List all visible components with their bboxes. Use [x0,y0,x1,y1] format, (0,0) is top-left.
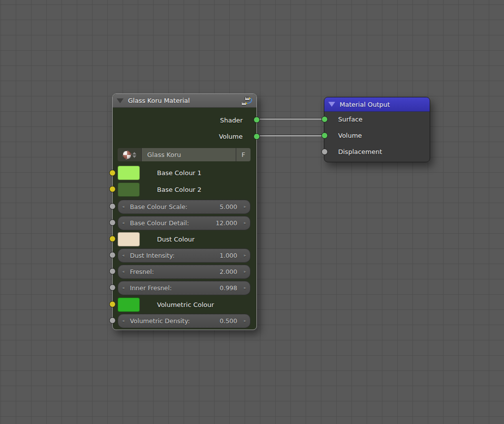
slider-label: Inner Fresnel: [130,281,172,295]
slider-value: 2.000 [220,265,237,278]
socket-input-base-colour-detail[interactable] [109,219,116,226]
datablock-name-field[interactable]: Glass Koru [141,148,236,161]
slider-left-arrow-icon[interactable]: ◂ [122,265,125,278]
slider-label: Base Colour Detail: [130,216,189,230]
slider-right-arrow-icon[interactable]: ▸ [244,249,246,262]
input-label-surface: Surface [338,113,363,126]
socket-output-volume[interactable] [253,133,260,140]
socket-input-volume[interactable] [321,132,328,139]
slider-right-arrow-icon[interactable]: ▸ [244,314,246,328]
socket-input-surface[interactable] [321,116,328,122]
color-swatch-base-colour-2[interactable] [118,182,140,197]
socket-input-fresnel[interactable] [109,268,116,274]
slider-value: 12.000 [216,216,237,230]
socket-input-volumetric-colour[interactable] [109,301,116,307]
input-label: Volumetric Colour [157,298,214,312]
slider-base-colour-scale[interactable]: ◂ Base Colour Scale: 5.000 ▸ [118,200,251,214]
node-editor-canvas[interactable]: Glass Koru Material Shader Volume Glass [0,0,504,424]
socket-input-displacement[interactable] [321,149,328,155]
slider-base-colour-detail[interactable]: ◂ Base Colour Detail: 12.000 ▸ [118,216,251,230]
slider-fresnel[interactable]: ◂ Fresnel: 2.000 ▸ [118,265,251,279]
input-row-dust-colour: Dust Colour [118,232,251,246]
slider-dust-intensity[interactable]: ◂ Dust Intensity: 1.000 ▸ [118,248,251,263]
slider-value: 0.500 [220,314,237,328]
input-row-volumetric-colour: Volumetric Colour [118,298,251,312]
link-volume-to-volume [256,135,326,136]
node-group-icon [241,96,252,106]
node-header-glass-koru[interactable]: Glass Koru Material [113,94,256,108]
color-swatch-dust-colour[interactable] [118,232,140,246]
slider-label: Volumetric Density: [130,314,190,328]
fake-user-button[interactable]: F [236,148,251,161]
output-label-volume: Volume [219,130,243,144]
slider-right-arrow-icon[interactable]: ▸ [244,216,246,230]
input-label: Dust Colour [157,232,194,246]
input-label-displacement: Displacement [338,145,382,159]
input-label: Base Colour 2 [157,182,201,197]
slider-value: 1.000 [220,249,237,262]
slider-label: Dust Intensity: [130,249,175,262]
slider-value: 0.998 [220,281,237,295]
socket-input-inner-fresnel[interactable] [109,284,116,291]
slider-value: 5.000 [220,200,237,213]
slider-left-arrow-icon[interactable]: ◂ [122,249,125,262]
slider-inner-fresnel[interactable]: ◂ Inner Fresnel: 0.998 ▸ [118,281,251,295]
input-label: Base Colour 1 [157,166,201,180]
node-material-output[interactable]: Material Output Surface Volume Displacem… [324,97,430,162]
color-swatch-base-colour-1[interactable] [118,166,140,180]
datablock-stepper[interactable] [132,152,136,158]
slider-left-arrow-icon[interactable]: ◂ [122,314,125,328]
node-header-material-output[interactable]: Material Output [324,97,430,112]
datablock-selector: Glass Koru F [118,148,251,161]
slider-left-arrow-icon[interactable]: ◂ [122,216,125,230]
socket-input-base-colour-1[interactable] [109,170,116,176]
slider-left-arrow-icon[interactable]: ◂ [122,200,125,213]
socket-input-dust-intensity[interactable] [109,252,116,258]
socket-input-base-colour-scale[interactable] [109,203,116,210]
input-label-volume: Volume [338,129,362,143]
slider-right-arrow-icon[interactable]: ▸ [244,200,246,213]
material-browse-button[interactable] [118,148,141,161]
socket-output-shader[interactable] [253,117,260,123]
socket-input-base-colour-2[interactable] [109,186,116,192]
node-title: Material Output [340,101,426,108]
slider-label: Fresnel: [130,265,154,278]
slider-right-arrow-icon[interactable]: ▸ [244,265,246,278]
slider-left-arrow-icon[interactable]: ◂ [122,281,125,295]
collapse-triangle-icon[interactable] [328,102,335,107]
node-glass-koru-material[interactable]: Glass Koru Material Shader Volume Glass [112,93,257,330]
slider-label: Base Colour Scale: [130,200,188,213]
slider-volumetric-density[interactable]: ◂ Volumetric Density: 0.500 ▸ [118,314,251,328]
input-row-base-colour-2: Base Colour 2 [118,182,251,197]
socket-input-dust-colour[interactable] [109,236,116,242]
output-label-shader: Shader [220,114,243,127]
material-sphere-icon [123,151,131,159]
link-shader-to-surface [256,118,326,120]
color-swatch-volumetric-colour[interactable] [118,298,140,312]
input-row-base-colour-1: Base Colour 1 [118,166,251,180]
node-title: Glass Koru Material [128,97,239,104]
collapse-triangle-icon[interactable] [117,98,124,103]
slider-right-arrow-icon[interactable]: ▸ [244,281,246,295]
socket-input-volumetric-density[interactable] [109,317,116,324]
